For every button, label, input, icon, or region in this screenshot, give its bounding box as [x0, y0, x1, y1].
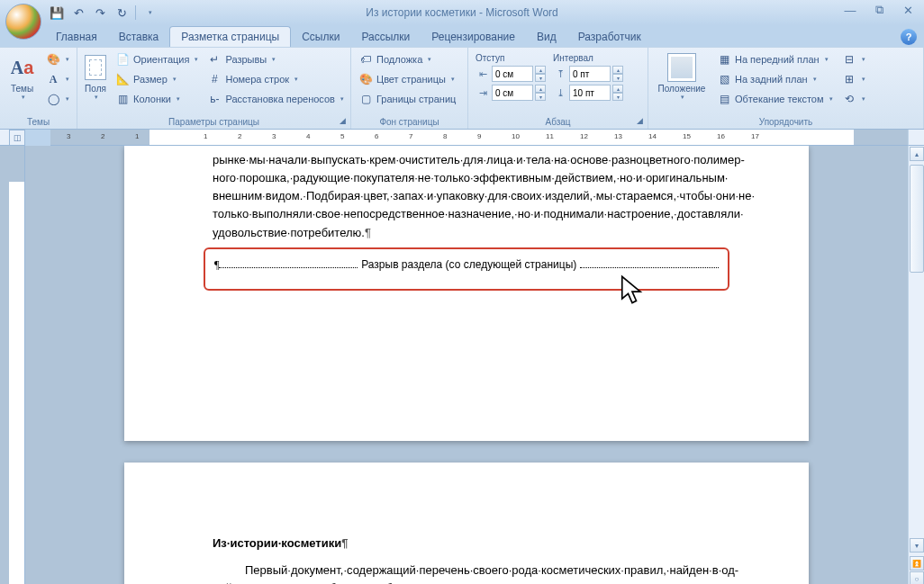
tab-review[interactable]: Рецензирование	[421, 27, 526, 47]
indent-right-input[interactable]	[492, 85, 533, 101]
indent-left-down[interactable]: ▾	[535, 74, 546, 82]
scroll-thumb[interactable]	[910, 165, 924, 273]
group-page-background: 🏷Подложка▾ 🎨Цвет страницы▾ ▢Границы стра…	[351, 48, 468, 129]
hyphenation-button[interactable]: ь-Расстановка переносов▾	[204, 89, 347, 109]
document-area: рынке·мы·начали·выпускать·крем·очистител…	[0, 146, 924, 584]
size-button[interactable]: 📐Размер▾	[112, 69, 202, 89]
theme-effects-button[interactable]: ◯▾	[42, 89, 73, 109]
spacing-after-down[interactable]: ▾	[612, 93, 623, 101]
bring-front-button[interactable]: ▦На передний план▾	[713, 49, 837, 69]
columns-button[interactable]: ▥Колонки▾	[112, 89, 202, 109]
vertical-ruler[interactable]	[9, 146, 25, 584]
spacing-after-up[interactable]: ▴	[612, 85, 623, 93]
tab-references[interactable]: Ссылки	[291, 27, 350, 47]
section-break-highlight: ¶ Разрыв раздела (со следующей страницы)	[204, 247, 729, 292]
body-text: только·выполняли·свое·непосредственное·н…	[213, 205, 720, 223]
ruler-ticks: 3 2 1 1 2 3 4 5 6 7 8 9 10 11 12 13 14 1…	[50, 130, 908, 145]
spacing-after-icon: ⤓	[553, 85, 567, 100]
ribbon: Aa Темы ▾ 🎨▾ A▾ ◯▾ Темы Поля ▾ 📄Ориентац…	[0, 47, 924, 130]
group-page-bg-label: Фон страницы	[351, 117, 467, 127]
indent-right-down[interactable]: ▾	[535, 93, 546, 101]
save-button[interactable]: 💾	[47, 3, 67, 22]
body-text: рынке·мы·начали·выпускать·крем·очистител…	[213, 151, 720, 169]
position-label: Положение	[658, 84, 706, 94]
theme-colors-button[interactable]: 🎨▾	[42, 49, 73, 69]
group-paragraph-label: Абзац	[468, 117, 648, 127]
spacing-after-input[interactable]	[569, 85, 611, 101]
ruler-toggle[interactable]: ◫	[9, 130, 25, 146]
indent-left-input[interactable]	[492, 66, 533, 82]
group-arrange-label: Упорядочить	[648, 117, 923, 127]
body-text: ного·порошка,·радующие·покупателя·не·тол…	[213, 169, 720, 187]
tab-home[interactable]: Главная	[45, 27, 108, 47]
spacing-label: Интервал	[553, 53, 623, 63]
themes-label: Темы	[11, 84, 33, 94]
document-viewport[interactable]: рынке·мы·начали·выпускать·крем·очистител…	[25, 146, 908, 584]
body-text: внешним·видом.·Подбирая·цвет,·запах·и·уп…	[213, 187, 720, 205]
tab-insert[interactable]: Вставка	[108, 27, 170, 47]
spacing-before-up[interactable]: ▴	[612, 66, 623, 74]
line-numbers-button[interactable]: #Номера строк▾	[204, 69, 347, 89]
tab-view[interactable]: Вид	[526, 27, 567, 47]
page-1: рынке·мы·начали·выпускать·крем·очистител…	[124, 146, 809, 441]
office-button[interactable]	[5, 4, 41, 40]
align-button[interactable]: ⊟▾	[838, 49, 869, 69]
text-wrap-button[interactable]: ▤Обтекание текстом▾	[713, 89, 837, 109]
redo-button[interactable]: ↷	[90, 3, 110, 22]
indent-left-up[interactable]: ▴	[535, 66, 546, 74]
window-title: Из истории косметики - Microsoft Word	[366, 6, 557, 19]
paragraph-dialog-launcher[interactable]: ◢	[634, 115, 645, 126]
orientation-button[interactable]: 📄Ориентация▾	[112, 49, 202, 69]
position-button[interactable]: Положение ▾	[652, 49, 711, 127]
margins-label: Поля	[85, 84, 106, 94]
title-bar: 💾 ↶ ↷ ↻ ▾ Из истории косметики - Microso…	[0, 0, 924, 25]
repeat-button[interactable]: ↻	[112, 3, 131, 22]
ribbon-tabs: Главная Вставка Разметка страницы Ссылки…	[0, 25, 924, 47]
tab-developer[interactable]: Разработчик	[567, 27, 652, 47]
page-2: Из·истории·косметики Первый·документ,·со…	[124, 463, 809, 584]
page-setup-dialog-launcher[interactable]: ◢	[337, 115, 348, 126]
body-text: удовольствие·потребителю.	[213, 224, 720, 242]
group-arrange: Положение ▾ ▦На передний план▾ ▧На задни…	[648, 48, 924, 129]
tab-page-layout[interactable]: Разметка страницы	[169, 26, 291, 47]
group-page-setup: Поля ▾ 📄Ориентация▾ 📐Размер▾ ▥Колонки▾ ↵…	[77, 48, 351, 129]
group-themes-label: Темы	[0, 117, 77, 127]
prev-page-button[interactable]: ⏫	[910, 556, 924, 571]
qat-separator	[135, 5, 136, 20]
window-controls: — ⧉ ✕	[839, 2, 919, 18]
indent-right-up[interactable]: ▴	[535, 85, 546, 93]
themes-button[interactable]: Aa Темы ▾	[4, 49, 41, 127]
spacing-before-icon: ⤒	[553, 67, 567, 81]
indent-label: Отступ	[476, 53, 546, 63]
qat-customize-button[interactable]: ▾	[140, 3, 159, 22]
undo-button[interactable]: ↶	[68, 3, 88, 22]
spacing-before-down[interactable]: ▾	[612, 74, 623, 82]
scroll-up-button[interactable]: ▴	[910, 147, 924, 161]
minimize-button[interactable]: —	[839, 2, 861, 18]
horizontal-ruler[interactable]: 3 2 1 1 2 3 4 5 6 7 8 9 10 11 12 13 14 1…	[50, 130, 908, 146]
group-objects-button[interactable]: ⊞▾	[838, 69, 869, 89]
page-color-button[interactable]: 🎨Цвет страницы▾	[355, 69, 459, 89]
rotate-button[interactable]: ⟲▾	[838, 89, 869, 109]
help-button[interactable]: ?	[901, 29, 917, 45]
body-text: Первый·документ,·содержащий·перечень·сво…	[213, 562, 720, 580]
browse-object-button[interactable]: ○	[910, 571, 924, 584]
send-back-button[interactable]: ▧На задний план▾	[713, 69, 837, 89]
section-break: ¶ Разрыв раздела (со следующей страницы)	[214, 256, 719, 274]
group-page-setup-label: Параметры страницы	[77, 117, 350, 127]
margins-button[interactable]: Поля ▾	[81, 49, 110, 127]
close-button[interactable]: ✕	[897, 2, 919, 18]
theme-fonts-button[interactable]: A▾	[42, 69, 73, 89]
tab-mailings[interactable]: Рассылки	[350, 27, 421, 47]
quick-access-toolbar: 💾 ↶ ↷ ↻ ▾	[47, 3, 159, 22]
watermark-button[interactable]: 🏷Подложка▾	[355, 49, 459, 69]
cursor-icon	[620, 274, 645, 307]
maximize-button[interactable]: ⧉	[868, 2, 890, 18]
breaks-button[interactable]: ↵Разрывы▾	[204, 49, 347, 69]
scroll-down-button[interactable]: ▾	[910, 538, 924, 553]
group-paragraph: Отступ ⇤ ▴▾ ⇥ ▴▾ Интервал ⤒ ▴▾	[468, 48, 648, 129]
body-text: ной·из·египетских·гробниц.·Это·был·рецеп…	[213, 580, 720, 584]
vertical-scrollbar[interactable]: ▴ ▾ ⏫ ○ ⏬	[908, 146, 924, 584]
spacing-before-input[interactable]	[569, 66, 611, 82]
page-borders-button[interactable]: ▢Границы страниц	[355, 89, 459, 109]
